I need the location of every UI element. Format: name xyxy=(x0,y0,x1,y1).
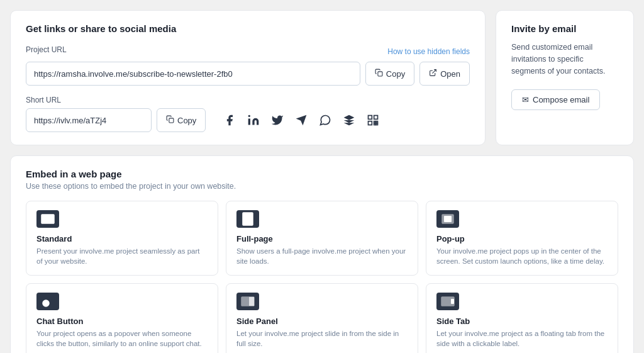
short-url-input[interactable] xyxy=(26,108,152,132)
embed-item-desc-full-page: Show users a full-page involve.me projec… xyxy=(236,246,408,266)
invite-email-card: Invite by email Send customized email in… xyxy=(496,10,634,145)
embed-card: Embed in a web page Use these options to… xyxy=(10,155,634,353)
embed-item-desc-pop-up: Your involve.me project pops up in the c… xyxy=(436,246,608,266)
svg-rect-6 xyxy=(369,121,372,125)
embed-item-desc-standard: Present your involve.me project seamless… xyxy=(36,246,208,266)
embed-item-chat-button[interactable]: Chat Button Your project opens as a popo… xyxy=(26,283,218,353)
svg-rect-7 xyxy=(374,121,376,123)
compose-email-button[interactable]: ✉ Compose email xyxy=(511,89,600,110)
copy-short-icon xyxy=(166,115,174,125)
project-url-input[interactable] xyxy=(26,62,360,86)
embed-item-title-side-tab: Side Tab xyxy=(436,317,608,326)
svg-rect-9 xyxy=(374,123,376,125)
svg-rect-0 xyxy=(378,72,382,76)
svg-rect-22 xyxy=(451,299,454,304)
embed-item-standard[interactable]: Standard Present your involve.me project… xyxy=(26,201,218,276)
embed-subtitle: Use these options to embed the project i… xyxy=(26,182,618,191)
svg-point-3 xyxy=(248,115,250,117)
chat-icon xyxy=(36,293,59,310)
embed-grid: Standard Present your involve.me project… xyxy=(26,201,618,353)
open-url-label: Open xyxy=(440,69,460,79)
share-links-title: Get links or share to social media xyxy=(26,23,470,34)
twitter-icon[interactable] xyxy=(269,111,286,129)
email-icon: ✉ xyxy=(522,95,529,104)
qr-icon[interactable] xyxy=(364,111,382,129)
standard-icon xyxy=(36,210,59,228)
embed-item-title-pop-up: Pop-up xyxy=(436,234,608,244)
linkedin-icon[interactable] xyxy=(245,111,262,129)
copy-project-url-label: Copy xyxy=(386,69,405,79)
project-url-label: Project URL xyxy=(26,45,67,54)
share-links-card: Get links or share to social media Proje… xyxy=(10,10,486,145)
svg-line-1 xyxy=(433,70,436,74)
svg-rect-2 xyxy=(169,118,174,123)
svg-rect-5 xyxy=(374,116,378,120)
copy-short-url-button[interactable]: Copy xyxy=(157,108,206,132)
invite-email-title: Invite by email xyxy=(511,23,618,34)
embed-item-pop-up[interactable]: Pop-up Your involve.me project pops up i… xyxy=(426,201,618,276)
svg-rect-20 xyxy=(249,297,254,306)
embed-item-full-page[interactable]: Full-page Show users a full-page involve… xyxy=(226,201,418,276)
embed-item-desc-side-tab: Let your involve.me project as a floatin… xyxy=(436,328,608,349)
copy-icon xyxy=(375,69,383,79)
svg-rect-4 xyxy=(369,116,372,120)
social-icons-row xyxy=(221,111,382,129)
copy-short-url-label: Copy xyxy=(177,116,196,125)
whatsapp-icon[interactable] xyxy=(316,111,334,129)
embed-item-title-side-panel: Side Panel xyxy=(236,317,408,326)
invite-email-description: Send customized email invitations to spe… xyxy=(511,42,618,77)
embed-item-title-full-page: Full-page xyxy=(236,234,408,244)
embed-item-desc-chat-button: Your project opens as a popover when som… xyxy=(36,328,208,349)
embed-item-desc-side-panel: Let your involve.me project slide in fro… xyxy=(236,328,408,349)
svg-rect-14 xyxy=(244,215,252,223)
hidden-fields-link[interactable]: How to use hidden fields xyxy=(387,47,470,56)
copy-project-url-button[interactable]: Copy xyxy=(365,62,414,86)
embed-item-title-standard: Standard xyxy=(36,234,208,244)
embed-item-side-panel[interactable]: Side Panel Let your involve.me project s… xyxy=(226,283,418,353)
sidepanel-icon xyxy=(236,293,259,310)
svg-rect-16 xyxy=(444,216,452,222)
embed-title: Embed in a web page xyxy=(26,169,618,179)
popup-icon xyxy=(436,210,459,228)
embed-item-title-chat-button: Chat Button xyxy=(36,317,208,326)
open-icon xyxy=(429,69,437,79)
svg-rect-8 xyxy=(376,123,378,125)
buffer-icon[interactable] xyxy=(340,111,358,129)
embed-item-side-tab[interactable]: Side Tab Let your involve.me project as … xyxy=(426,283,618,353)
short-url-label: Short URL xyxy=(26,96,470,104)
svg-point-18 xyxy=(44,301,48,305)
telegram-icon[interactable] xyxy=(292,111,310,129)
sidetab-icon xyxy=(436,293,459,310)
svg-rect-10 xyxy=(376,121,378,123)
open-url-button[interactable]: Open xyxy=(419,62,470,86)
fullpage-icon xyxy=(236,210,259,228)
compose-email-label: Compose email xyxy=(533,95,589,104)
facebook-icon[interactable] xyxy=(221,111,238,129)
svg-rect-12 xyxy=(43,216,52,221)
